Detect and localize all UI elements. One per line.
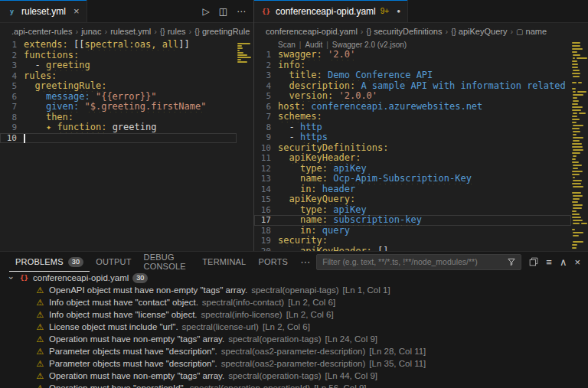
panel-tab-label: TERMINAL <box>202 257 246 266</box>
code-line-9[interactable]: 9 ✦ function: greeting <box>0 122 237 133</box>
code-line-19[interactable]: 19security: <box>254 236 571 246</box>
warning-icon: ⚠ <box>35 359 45 369</box>
code-line-6[interactable]: 6host: conferenceapi.azurewebsites.net <box>254 102 571 112</box>
problem-row[interactable]: ⚠Info object must have "license" object.… <box>0 308 588 321</box>
code-line-18[interactable]: 18 in: query <box>254 226 571 236</box>
code-line-13[interactable]: 13 name: Ocp-Apim-Subscription-Key <box>254 174 571 184</box>
code-line-2[interactable]: 2functions: <box>0 51 237 61</box>
menu-icon[interactable]: ≡ <box>546 257 552 267</box>
code-line-8[interactable]: 8 - http <box>254 122 571 133</box>
code-line-1[interactable]: 1extends: [[spectral:oas, all]] <box>0 40 237 51</box>
minimap-mark <box>573 241 583 243</box>
minimap-mark <box>572 247 577 249</box>
breadcrumb-item-junac[interactable]: junac <box>81 27 101 36</box>
problem-row[interactable]: ⚠License object must include "url".spect… <box>0 321 588 333</box>
code-line-3[interactable]: 3 - greeting <box>0 60 237 71</box>
filter-funnel-icon <box>507 257 516 266</box>
more-actions-icon[interactable]: ⋯ <box>237 6 246 17</box>
code-token: subscription-key <box>333 215 422 225</box>
filter-input[interactable] <box>322 257 503 266</box>
problem-source: spectral(operation-tags) <box>228 371 321 380</box>
code-token: query <box>322 226 350 236</box>
code-line-15[interactable]: 15 apiKeyQuery: <box>254 194 571 205</box>
code-line-1[interactable]: 1swagger: '2.0' <box>254 50 571 60</box>
code-line-4[interactable]: 4rules: <box>0 71 237 82</box>
breadcrumb-item--api-center-rules[interactable]: .api-center-rules <box>11 27 72 36</box>
codelens-link-swagger-2-0-v2-json-[interactable]: Swagger 2.0 (v2.json) <box>332 41 407 49</box>
codelens-link-audit[interactable]: Audit <box>305 41 322 49</box>
minimap-mark <box>573 57 575 59</box>
line-number: 5 <box>0 81 24 92</box>
code-line-4[interactable]: 4 description: A sample API with informa… <box>254 81 571 92</box>
problem-message: Info object must have "contact" object. <box>49 298 198 307</box>
view-as-table-icon[interactable] <box>529 257 538 266</box>
code-token <box>322 70 328 80</box>
maximize-panel-icon[interactable]: ∧ <box>560 257 567 267</box>
panel-tab-problems[interactable]: PROBLEMS30 <box>9 252 90 272</box>
code-line-8[interactable]: 8 then: <box>0 112 237 123</box>
panel-tab-output[interactable]: OUTPUT <box>90 252 137 272</box>
panel-tab-ports[interactable]: PORTS <box>252 252 294 272</box>
code-line-10[interactable]: 10securityDefinitions: <box>254 143 571 154</box>
code-token <box>372 246 377 252</box>
breadcrumb-item-securitydefinitions[interactable]: {}securityDefinitions <box>367 27 443 36</box>
breadcrumb-item-apikeyquery[interactable]: {}apiKeyQuery <box>451 27 507 36</box>
split-editor-icon[interactable]: ◫ <box>219 6 227 17</box>
problem-source: spectral(openapi-tags) <box>251 285 338 295</box>
problem-row[interactable]: ⚠Operation must have non-empty "tags" ar… <box>0 333 588 345</box>
problem-row[interactable]: ⚠Operation must have "operationId".spect… <box>0 382 588 388</box>
code-line-2[interactable]: 2info: <box>254 60 571 71</box>
codelens-link-scan[interactable]: Scan <box>278 41 296 49</box>
code-line-14[interactable]: 14 in: header <box>254 184 571 195</box>
code-line-16[interactable]: 16 type: apiKey <box>254 205 571 216</box>
code-line-20[interactable]: 20 - apiKeyHeader: [] <box>254 246 571 252</box>
minimap[interactable] <box>571 40 588 251</box>
run-icon[interactable]: ▷ <box>202 6 209 17</box>
symbol-icon: {} <box>194 28 200 36</box>
code-line-12[interactable]: 12 type: apiKey <box>254 164 571 174</box>
panel-more-actions-icon[interactable]: ⋯ <box>294 256 316 268</box>
breadcrumb-item-ruleset-yml[interactable]: ruleset.yml <box>110 27 151 36</box>
problem-row[interactable]: ⚠Info object must have "contact" object.… <box>0 296 588 308</box>
minimap-mark <box>572 103 578 105</box>
code-line-5[interactable]: 5 greetingRule: <box>0 81 237 92</box>
problem-row[interactable]: ⚠Operation must have non-empty "tags" ar… <box>0 370 588 382</box>
breadcrumb-item-rules[interactable]: {}rules <box>160 27 186 36</box>
breadcrumb-item-greetingrule[interactable]: {}greetingRule <box>194 27 250 36</box>
problem-source: spectral(license-url) <box>182 322 259 331</box>
minimap-mark <box>577 91 586 93</box>
minimap-mark <box>573 94 583 96</box>
minimap-mark <box>572 119 580 120</box>
code-line-5[interactable]: 5 version: '2.0.0' <box>254 91 571 102</box>
tab-label: conferenceapi-opid.yaml <box>276 6 376 17</box>
code-line-11[interactable]: 11 apiKeyHeader: <box>254 153 571 164</box>
panel-tab-terminal[interactable]: TERMINAL <box>196 252 252 272</box>
code-line-3[interactable]: 3 title: Demo Conference API <box>254 70 571 81</box>
tab-conferenceapi-opid-yaml[interactable]: {} conferenceapi-opid.yaml 9+ ● <box>254 0 408 22</box>
code-line-9[interactable]: 9 - https <box>254 132 571 143</box>
problem-row[interactable]: ⚠Parameter objects must have "descriptio… <box>0 345 588 357</box>
code-line-17[interactable]: 17 name: subscription-key <box>254 215 571 226</box>
left-code-editor[interactable]: 1extends: [[spectral:oas, all]]2function… <box>0 40 253 251</box>
dirty-indicator-icon[interactable]: ● <box>397 8 400 15</box>
panel-tab-debug-console[interactable]: DEBUG CONSOLE <box>138 252 197 272</box>
code-line-7[interactable]: 7 given: "$.greeting.firstName" <box>0 102 237 112</box>
close-tab-icon[interactable]: × <box>74 5 80 17</box>
code-line-10[interactable]: 10 <box>0 133 237 144</box>
problem-row[interactable]: ⚠OpenAPI object must have non-empty "tag… <box>0 284 588 296</box>
breadcrumb-item-conferenceapi-opid-yaml[interactable]: conferenceapi-opid.yaml <box>266 27 358 36</box>
code-token: greeting <box>113 122 157 132</box>
problems-file-name: conferenceapi-opid.yaml <box>33 273 129 282</box>
problems-file-row[interactable]: › {} conferenceapi-opid.yaml 30 <box>0 272 588 284</box>
right-code-editor[interactable]: Scan|Audit|Swagger 2.0 (v2.json) 1swagge… <box>254 40 588 251</box>
tab-ruleset-yml[interactable]: y ruleset.yml × <box>0 0 87 22</box>
code-token: securityDefinitions: <box>278 143 389 153</box>
code-line-7[interactable]: 7schemes: <box>254 112 571 122</box>
problem-row[interactable]: ⚠Parameter objects must have "descriptio… <box>0 357 588 370</box>
minimap-mark <box>578 82 582 83</box>
code-line-6[interactable]: 6 message: "{{error}}" <box>0 92 237 103</box>
problem-source: spectral(operation-operationId) <box>190 383 310 388</box>
left-minimap[interactable] <box>237 40 253 251</box>
close-panel-icon[interactable]: × <box>574 257 580 267</box>
breadcrumb-item-name[interactable]: ▢name <box>516 27 547 36</box>
